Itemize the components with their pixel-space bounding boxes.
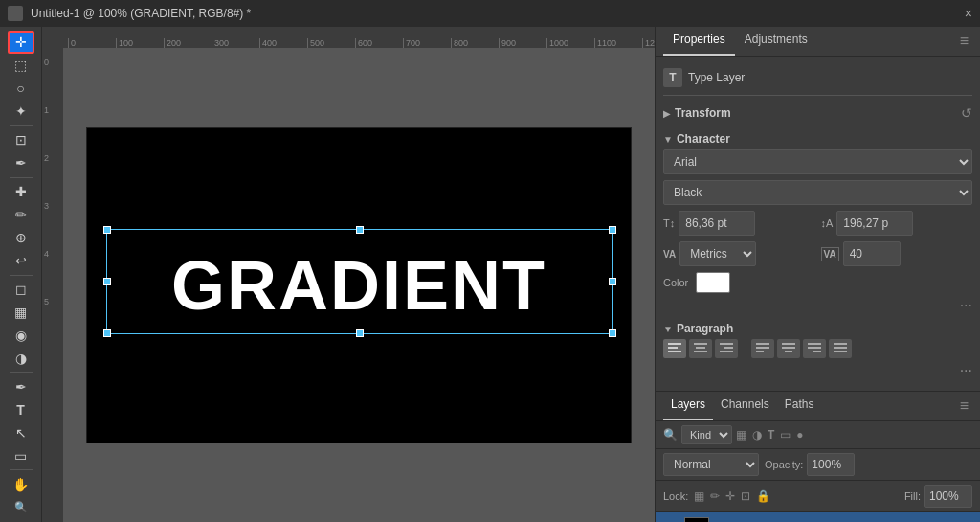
leading-input[interactable] [836, 211, 913, 236]
properties-content: T Type Layer ▶ Transform ↺ ▼ Character [656, 57, 980, 391]
blur-tool[interactable]: ◉ [8, 324, 34, 346]
ruler-tick: 500 [307, 38, 355, 48]
tab-paths[interactable]: Paths [777, 392, 822, 420]
handle-bl[interactable] [103, 329, 111, 337]
layers-toolbar: 🔍 Kind ▦ ◑ T ▭ ● [656, 421, 980, 449]
filter-shape-icon[interactable]: ▭ [780, 428, 791, 442]
tab-adjustments[interactable]: Adjustments [735, 27, 817, 56]
font-weight-row: Black [663, 180, 972, 205]
clone-stamp-tool[interactable]: ⊕ [8, 226, 34, 248]
zoom-tool[interactable]: 🔍 [8, 496, 34, 518]
filter-smart-icon[interactable]: ● [796, 428, 803, 442]
brush-tool[interactable]: ✏ [8, 203, 34, 225]
tool-separator-4 [10, 372, 33, 373]
paragraph-header[interactable]: ▼ Paragraph [663, 318, 972, 339]
align-right-button[interactable] [715, 339, 738, 358]
handle-bm[interactable] [356, 329, 364, 337]
kind-select[interactable]: Kind [681, 425, 732, 444]
justify-all-button[interactable] [829, 339, 852, 358]
ruler-tick: 400 [259, 38, 307, 48]
tracking-input[interactable] [843, 241, 901, 266]
panel-options-button[interactable]: ≡ [956, 27, 972, 56]
type-tool[interactable]: T [8, 398, 34, 420]
transform-header[interactable]: ▶ Transform ↺ [663, 102, 972, 125]
fill-control: Fill: [904, 485, 972, 508]
selection-box [106, 229, 613, 334]
color-swatch[interactable] [696, 272, 730, 293]
path-selection-tool[interactable]: ↖ [8, 421, 34, 443]
align-left-button[interactable] [663, 339, 686, 358]
lock-transparent-icon[interactable]: ▦ [694, 489, 704, 503]
justify-center-button[interactable] [777, 339, 800, 358]
tab-layers[interactable]: Layers [663, 392, 713, 420]
more-options-button[interactable]: ··· [663, 297, 972, 314]
ruler-tick: 700 [403, 38, 451, 48]
lock-pixels-icon[interactable]: ✏ [710, 489, 720, 503]
eraser-tool[interactable]: ◻ [8, 278, 34, 300]
handle-mr[interactable] [609, 278, 616, 285]
align-center-button[interactable] [689, 339, 712, 358]
lasso-tool[interactable]: ○ [8, 78, 34, 100]
marquee-tool[interactable]: ⬚ [8, 55, 34, 77]
handle-tm[interactable] [356, 226, 364, 234]
filter-type-icon[interactable]: T [768, 428, 774, 442]
healing-tool[interactable]: ✚ [8, 180, 34, 202]
lock-artboard-icon[interactable]: ⊡ [741, 489, 750, 503]
handle-tr[interactable] [609, 226, 616, 234]
paragraph-more-button[interactable]: ··· [663, 362, 972, 379]
magic-wand-tool[interactable]: ✦ [8, 101, 34, 123]
opacity-input[interactable] [807, 453, 855, 476]
ruler-tick: 800 [451, 38, 499, 48]
filter-icons: ▦ ◑ T ▭ ● [736, 428, 804, 442]
transform-title: Transform [675, 106, 731, 120]
lock-position-icon[interactable]: ✛ [725, 489, 735, 503]
tab-properties[interactable]: Properties [663, 27, 735, 56]
blend-mode-select[interactable]: Normal [663, 453, 759, 476]
app-icon [8, 6, 23, 21]
kerning-select[interactable]: Metrics [679, 241, 756, 266]
lock-row: Lock: ▦ ✏ ✛ ⊡ 🔒 Fill: [656, 481, 980, 512]
character-header[interactable]: ▼ Character [663, 128, 972, 149]
justify-left-button[interactable] [751, 339, 774, 358]
svg-rect-5 [694, 351, 707, 352]
title-bar-text: Untitled-1 @ 100% (GRADIENT, RGB/8#) * [31, 7, 957, 20]
font-weight-select[interactable]: Black [663, 180, 972, 205]
filter-pixel-icon[interactable]: ▦ [736, 428, 746, 442]
pen-tool[interactable]: ✒ [8, 375, 34, 397]
svg-rect-16 [808, 347, 821, 349]
color-label: Color [663, 277, 688, 288]
svg-rect-17 [813, 351, 821, 352]
ruler-tick: 900 [499, 38, 546, 48]
font-family-select[interactable]: Arial [663, 149, 972, 174]
canvas-content[interactable]: GRADIENT [63, 48, 655, 522]
right-panel: Properties Adjustments ≡ T Type Layer ▶ … [655, 27, 980, 522]
lock-all-icon[interactable]: 🔒 [756, 489, 770, 503]
svg-rect-19 [834, 347, 847, 349]
rectangle-tool[interactable]: ▭ [8, 444, 34, 466]
handle-br[interactable] [609, 329, 616, 337]
layers-options-button[interactable]: ≡ [956, 392, 972, 420]
justify-right-button[interactable] [803, 339, 826, 358]
character-section: ▼ Character Arial Black [663, 128, 972, 314]
close-button[interactable]: × [965, 6, 972, 21]
transform-reset[interactable]: ↺ [961, 105, 972, 121]
hand-tool[interactable]: ✋ [8, 473, 34, 495]
history-brush-tool[interactable]: ↩ [8, 250, 34, 272]
crop-tool[interactable]: ⊡ [8, 129, 34, 151]
fill-input[interactable] [924, 485, 972, 508]
handle-ml[interactable] [103, 278, 111, 285]
fill-label: Fill: [904, 490, 921, 502]
type-layer-icon: T [663, 68, 682, 87]
gradient-tool[interactable]: ▦ [8, 301, 34, 323]
eyedropper-tool[interactable]: ✒ [8, 152, 34, 174]
font-size-input[interactable] [679, 211, 755, 236]
layer-item-gradient[interactable]: 👁 T GRADIENT [656, 512, 980, 522]
character-arrow: ▼ [663, 134, 673, 145]
handle-tl[interactable] [103, 226, 111, 234]
filter-adjust-icon[interactable]: ◑ [752, 428, 762, 442]
tab-channels[interactable]: Channels [713, 392, 777, 420]
dodge-tool[interactable]: ◑ [8, 347, 34, 369]
move-tool[interactable]: ✛ [8, 31, 34, 54]
canvas-document: GRADIENT [86, 127, 632, 443]
font-size-row: T↕ ↕A [663, 211, 972, 236]
